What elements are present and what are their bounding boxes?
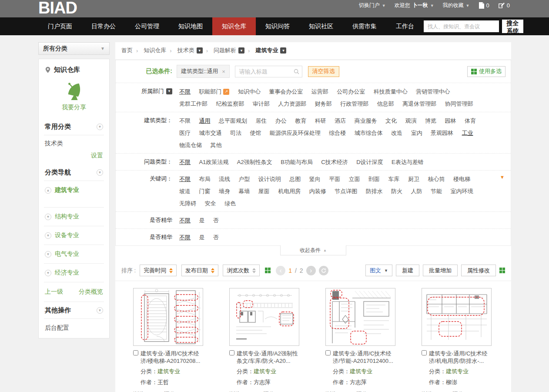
card-title[interactable]: 建筑专业-通用/C技术经济/节能-A2017012400... <box>325 350 395 365</box>
filter-option[interactable]: 不限 ↗ <box>179 214 191 226</box>
filter-option[interactable]: 职能部门 ↗ <box>199 86 229 97</box>
filter-option[interactable]: 是 ↗ <box>199 231 204 243</box>
filter-option[interactable]: 使馆 ↗ <box>250 127 261 139</box>
filter-option[interactable]: 不限 ↗ <box>179 231 191 243</box>
breadcrumb-item[interactable]: 技术类 ▼ <box>166 47 202 54</box>
filter-option[interactable]: 物流仓储 ↗ <box>179 139 202 151</box>
filter-option[interactable]: 车库 ↗ <box>388 173 400 185</box>
card-title[interactable]: 建筑专业-通用/A2强制性条文/车库/防火-A20... <box>229 350 299 365</box>
filter-label-dropdown-icon[interactable]: ▼ <box>166 88 172 94</box>
filter-option[interactable]: 园林 ↗ <box>445 115 456 127</box>
share-button[interactable]: 我要分享 <box>44 77 104 118</box>
filter-option[interactable]: 科技质量中心 ↗ <box>374 86 408 97</box>
sidebar-category[interactable]: ▲▼ 结构专业 <box>44 208 104 226</box>
nav-item[interactable]: 供需市集 <box>343 17 386 35</box>
filter-option[interactable]: 室内 ↗ <box>411 127 422 139</box>
filter-option[interactable]: 布局 ↗ <box>199 173 210 185</box>
batch-add-button[interactable]: 批量增加 <box>423 265 458 276</box>
sidebar-item-common-category[interactable]: 技术类 <box>44 135 104 148</box>
card-checkbox[interactable] <box>422 350 427 355</box>
next-page-button[interactable]: › <box>306 266 316 275</box>
filter-option[interactable]: 改造 ↗ <box>391 127 402 139</box>
welcome-user-link[interactable]: 欢迎您卜一秋▼ <box>395 2 434 9</box>
filter-option[interactable]: 工业 ↗ <box>462 127 473 139</box>
filter-option[interactable]: 安全 ↗ <box>204 198 216 209</box>
filter-option[interactable]: 综合楼 ↗ <box>329 127 346 139</box>
nav-item[interactable]: 知识仓库 <box>212 17 256 35</box>
filter-option[interactable]: 户型 ↗ <box>238 173 250 185</box>
sidebar-category[interactable]: ▲▼ 建筑专业 <box>44 181 104 208</box>
filter-option[interactable]: 医疗 ↗ <box>179 127 191 139</box>
nav-item[interactable]: 门户页面 <box>38 17 82 35</box>
filter-option[interactable]: 竖向 ↗ <box>309 173 321 185</box>
filter-option[interactable]: 室内环境 ↗ <box>450 185 473 197</box>
filter-option[interactable]: A1政策法规 ↗ <box>199 156 228 168</box>
more-keywords-icon[interactable]: ▼ <box>500 174 505 180</box>
global-search-input[interactable] <box>424 20 499 32</box>
filter-option[interactable]: 节点详图 ↗ <box>335 185 357 197</box>
filter-option[interactable]: 司法 ↗ <box>230 127 241 139</box>
card-thumbnail[interactable] <box>325 288 395 346</box>
expand-department-icon[interactable]: ↗ <box>223 89 229 95</box>
grid-view-icon[interactable] <box>499 268 505 273</box>
filter-option[interactable]: 幕墙 ↗ <box>238 185 250 197</box>
filter-option[interactable]: 商业服务 ↗ <box>355 115 377 127</box>
filter-option[interactable]: 博览 ↗ <box>425 115 436 127</box>
card-category[interactable]: 建筑专业 <box>350 368 372 375</box>
view-mode-button[interactable]: 图文▼ <box>365 265 392 276</box>
up-level-link[interactable]: 上一级 <box>45 288 63 296</box>
new-button[interactable]: 新建 <box>396 265 419 276</box>
filter-option[interactable]: 董事会办公室 ↗ <box>269 86 303 97</box>
chevron-circle-icon[interactable]: ▼ <box>97 307 103 314</box>
sidebar-category[interactable]: ▲▼ 经济专业 <box>44 264 104 282</box>
filter-option[interactable]: 体育 ↗ <box>465 115 476 127</box>
chevron-circle-icon[interactable]: ▼ <box>97 124 103 130</box>
card-category[interactable]: 建筑专业 <box>254 368 276 375</box>
filter-option[interactable]: 行政管理部 ↗ <box>340 98 368 110</box>
filter-option[interactable]: 人防 ↗ <box>411 185 422 197</box>
filter-option[interactable]: 立面 ↗ <box>349 173 360 185</box>
breadcrumb-item[interactable]: 建筑专业 ▼ <box>244 47 286 54</box>
filter-option[interactable]: B功能与布局 ↗ <box>281 156 313 168</box>
card-category[interactable]: 建筑专业 <box>446 368 469 375</box>
title-search-input[interactable] <box>235 66 302 77</box>
nav-item[interactable]: 日常办公 <box>82 17 125 35</box>
filter-option[interactable]: 景观园林 ↗ <box>431 127 453 139</box>
filter-option[interactable]: 总图 ↗ <box>289 173 301 185</box>
filter-option[interactable]: 科研 ↗ <box>315 115 326 127</box>
sort-button[interactable]: 完善时间 <box>140 265 177 276</box>
filter-option[interactable]: 人力资源部 ↗ <box>278 98 306 110</box>
sidebar-category[interactable]: ▲▼ 设备专业 <box>44 226 104 245</box>
favorites-link[interactable]: 我的收藏▼ <box>443 2 470 9</box>
filter-option[interactable]: 流线 ↗ <box>219 173 230 185</box>
filter-option[interactable]: 核心筒 ↗ <box>428 173 445 185</box>
collapse-conditions-tab[interactable]: 收起条件▲ <box>280 245 346 255</box>
filter-option[interactable]: 节能 ↗ <box>431 185 442 197</box>
breadcrumb-item[interactable]: 知识仓库 ▼ <box>133 47 166 54</box>
filter-option[interactable]: 离退休管理部 ↗ <box>402 98 436 110</box>
filter-option[interactable]: 居住 ↗ <box>255 115 267 127</box>
grid-view-icon[interactable] <box>265 268 271 273</box>
filter-option[interactable]: 能源供应及环保处理 ↗ <box>270 127 321 139</box>
card-title[interactable]: 建筑专业-通用/C技术经济/机电用房/防排水-... <box>422 350 492 365</box>
edit-counter[interactable]: 0 <box>498 2 510 9</box>
filter-option[interactable]: 防排水 ↗ <box>366 185 383 197</box>
filter-option[interactable]: 不限 ↗ <box>179 115 191 127</box>
breadcrumb-dropdown-icon[interactable]: ▼ <box>280 47 286 54</box>
breadcrumb-dropdown-icon[interactable]: ▼ <box>238 47 244 54</box>
filter-option[interactable]: E表达与差错 ↗ <box>392 156 424 168</box>
refresh-button[interactable] <box>319 266 328 275</box>
card-checkbox[interactable] <box>229 350 234 355</box>
filter-option[interactable]: 机电用房 ↗ <box>278 185 301 197</box>
settings-link[interactable]: 设置 <box>44 148 104 164</box>
breadcrumb-dropdown-icon[interactable]: ▼ <box>197 47 203 54</box>
all-categories-dropdown[interactable]: 所有分类▼ <box>38 42 110 55</box>
filter-option[interactable]: 绿色 ↗ <box>224 198 236 209</box>
remove-tag-icon[interactable]: × <box>222 68 225 75</box>
filter-option[interactable]: 运营部 ↗ <box>311 86 328 97</box>
category-overview-link[interactable]: 分类概览 <box>79 288 103 296</box>
sidebar-category[interactable]: ▲▼ 电气专业 <box>44 245 104 264</box>
card-checkbox[interactable] <box>133 350 138 355</box>
filter-option[interactable]: 坡道 ↗ <box>179 185 191 197</box>
filter-option[interactable]: A2强制性条文 ↗ <box>237 156 272 168</box>
